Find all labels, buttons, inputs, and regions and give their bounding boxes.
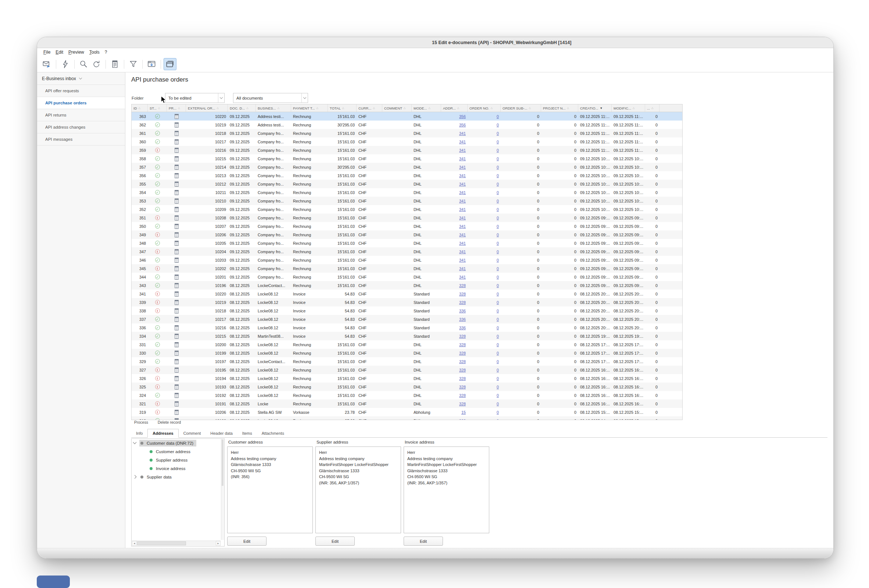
document-icon[interactable] bbox=[175, 190, 179, 195]
cell-link[interactable]: 0 bbox=[497, 199, 499, 203]
menu-tools[interactable]: Tools bbox=[87, 49, 102, 55]
cell-link[interactable]: 0 bbox=[497, 376, 499, 381]
table-row[interactable]: 357✓1021409.12.2025Company fro...Rechnun… bbox=[132, 163, 682, 171]
document-icon[interactable] bbox=[175, 232, 179, 237]
menu-file[interactable]: File bbox=[41, 49, 53, 55]
cell-link[interactable]: 356 bbox=[459, 123, 466, 127]
cell-link[interactable]: 0 bbox=[497, 402, 499, 406]
cell-link[interactable]: 328 bbox=[459, 351, 466, 355]
table-row[interactable]: 338!1021808.12.2025Locke08.12Invoice54.8… bbox=[132, 307, 682, 315]
tab-addresses[interactable]: Addresses bbox=[147, 429, 178, 438]
cell-link[interactable]: 341 bbox=[459, 216, 466, 220]
table-row[interactable]: 346✓1020309.12.2025Company fro...Rechnun… bbox=[132, 256, 682, 264]
document-icon[interactable] bbox=[175, 148, 179, 153]
cell-link[interactable]: 0 bbox=[497, 292, 499, 296]
toolbar-button-report[interactable] bbox=[108, 58, 121, 70]
cell-link[interactable]: 0 bbox=[497, 342, 499, 347]
cell-link[interactable]: 336 bbox=[459, 309, 466, 313]
cell-link[interactable]: 341 bbox=[459, 148, 466, 153]
cell-link[interactable]: 341 bbox=[459, 131, 466, 136]
documents-filter-button[interactable] bbox=[301, 93, 308, 102]
cell-link[interactable]: 0 bbox=[497, 216, 499, 220]
table-row[interactable]: 362✓1021909.12.2025Address testi...Rechn… bbox=[132, 120, 682, 129]
cell-link[interactable]: 341 bbox=[459, 165, 466, 169]
tree-vscrollbar[interactable] bbox=[221, 439, 224, 540]
cell-link[interactable]: 0 bbox=[497, 140, 499, 144]
sidebar-item-api-address-changes[interactable]: API address changes bbox=[37, 121, 125, 133]
cell-link[interactable]: 328 bbox=[459, 300, 466, 305]
cell-link[interactable]: 15 bbox=[461, 410, 466, 415]
document-icon[interactable] bbox=[175, 156, 179, 161]
document-icon[interactable] bbox=[175, 283, 179, 288]
cell-link[interactable]: 336 bbox=[459, 317, 466, 321]
table-row[interactable]: 324✓1019208.12.2025Locke08.12Rechnung15'… bbox=[132, 391, 682, 400]
cell-link[interactable]: 0 bbox=[497, 241, 499, 246]
document-icon[interactable] bbox=[175, 258, 179, 263]
document-icon[interactable] bbox=[175, 410, 179, 415]
document-icon[interactable] bbox=[175, 131, 179, 136]
table-row[interactable]: 318✓1019008.12.2025Locke08.12Rechnung27.… bbox=[132, 416, 682, 420]
cell-link[interactable]: 0 bbox=[497, 182, 499, 186]
table-row[interactable]: 347!1020409.12.2025Company fro...Rechnun… bbox=[132, 247, 682, 256]
table-row[interactable]: 361✓1021809.12.2025Company fro...Rechnun… bbox=[132, 129, 682, 138]
sidebar-item-api-purchase-orders[interactable]: API purchase orders bbox=[37, 97, 125, 109]
menu-preview[interactable]: Preview bbox=[66, 49, 87, 55]
cell-link[interactable]: 328 bbox=[459, 376, 466, 381]
table-row[interactable]: 352✓1020909.12.2025Company fro...Rechnun… bbox=[132, 205, 682, 213]
document-icon[interactable] bbox=[175, 393, 179, 398]
table-row[interactable]: 319!1020608.12.2025Stella AG SWVorkasse2… bbox=[132, 408, 682, 416]
edit-address-button[interactable]: Edit bbox=[403, 536, 443, 546]
cell-link[interactable]: 341 bbox=[459, 275, 466, 279]
document-icon[interactable] bbox=[175, 182, 179, 187]
folder-select-button[interactable] bbox=[218, 93, 224, 102]
cell-link[interactable]: 0 bbox=[497, 410, 499, 415]
cell-link[interactable]: 341 bbox=[459, 267, 466, 271]
cell-link[interactable]: 0 bbox=[497, 300, 499, 305]
column-header-comment[interactable]: COMMENT△ bbox=[382, 104, 412, 112]
edit-address-button[interactable]: Edit bbox=[227, 536, 267, 546]
cell-link[interactable]: 328 bbox=[459, 342, 466, 347]
document-icon[interactable] bbox=[175, 308, 179, 314]
tab-items[interactable]: Items bbox=[237, 429, 257, 437]
document-icon[interactable] bbox=[175, 274, 179, 280]
titlebar[interactable]: 15 Edit e-documents (API) - SHOPAPI_Webw… bbox=[37, 37, 833, 48]
document-icon[interactable] bbox=[175, 351, 179, 356]
column-header-order_sub[interactable]: ORDER SUB-...△ bbox=[501, 104, 541, 112]
column-header-total[interactable]: TOTAL△ bbox=[328, 104, 357, 112]
document-icon[interactable] bbox=[175, 376, 179, 381]
sidebar-item-api-messages[interactable]: API messages bbox=[37, 133, 125, 145]
table-row[interactable]: 359!1021609.12.2025Company fro...Rechnun… bbox=[132, 146, 682, 154]
cell-link[interactable]: 0 bbox=[497, 148, 499, 153]
table-row[interactable]: 327!1019508.12.2025Locke08.12Rechnung15'… bbox=[132, 366, 682, 374]
tree-node-customer-data-dnr-72[interactable]: Customer data (DNR:72) bbox=[132, 439, 224, 447]
cell-link[interactable]: 0 bbox=[497, 131, 499, 136]
cell-link[interactable]: 0 bbox=[497, 419, 499, 420]
cell-link[interactable]: 341 bbox=[459, 250, 466, 254]
cell-link[interactable]: 328 bbox=[459, 385, 466, 389]
cell-link[interactable]: 0 bbox=[497, 123, 499, 127]
column-header-modification[interactable]: MODIFIC...△ bbox=[612, 104, 645, 112]
sidebar-item-api-returns[interactable]: API returns bbox=[37, 109, 125, 121]
column-header-project_no[interactable]: PROJECT N...△ bbox=[541, 104, 578, 112]
toolbar-button-filter[interactable] bbox=[127, 58, 140, 70]
tab-info[interactable]: Info bbox=[131, 429, 147, 437]
document-icon[interactable] bbox=[175, 300, 179, 305]
cell-link[interactable]: 341 bbox=[459, 258, 466, 262]
column-header-id[interactable]: ID△ bbox=[132, 104, 148, 112]
cell-link[interactable]: 341 bbox=[459, 207, 466, 212]
tree-node-supplier-address[interactable]: Supplier address bbox=[132, 456, 224, 464]
document-icon[interactable] bbox=[175, 173, 179, 178]
cell-link[interactable]: 341 bbox=[459, 224, 466, 229]
sidebar-item-api-offer-requests[interactable]: API offer requests bbox=[37, 85, 125, 97]
document-icon[interactable] bbox=[175, 418, 179, 420]
cell-link[interactable]: 0 bbox=[497, 190, 499, 195]
tab-comment[interactable]: Comment bbox=[179, 429, 206, 437]
table-row[interactable]: 345!1020209.12.2025Company fro...Rechnun… bbox=[132, 264, 682, 273]
column-header-more[interactable]: ...△ bbox=[645, 104, 660, 112]
folder-select[interactable]: To be edited bbox=[165, 93, 225, 103]
document-icon[interactable] bbox=[175, 367, 179, 373]
cell-link[interactable]: 328 bbox=[459, 393, 466, 398]
table-row[interactable]: 353✓1021009.12.2025Company fro...Rechnun… bbox=[132, 197, 682, 205]
cell-link[interactable]: 0 bbox=[497, 114, 499, 119]
scroll-left-arrow[interactable]: ◂ bbox=[132, 541, 137, 546]
